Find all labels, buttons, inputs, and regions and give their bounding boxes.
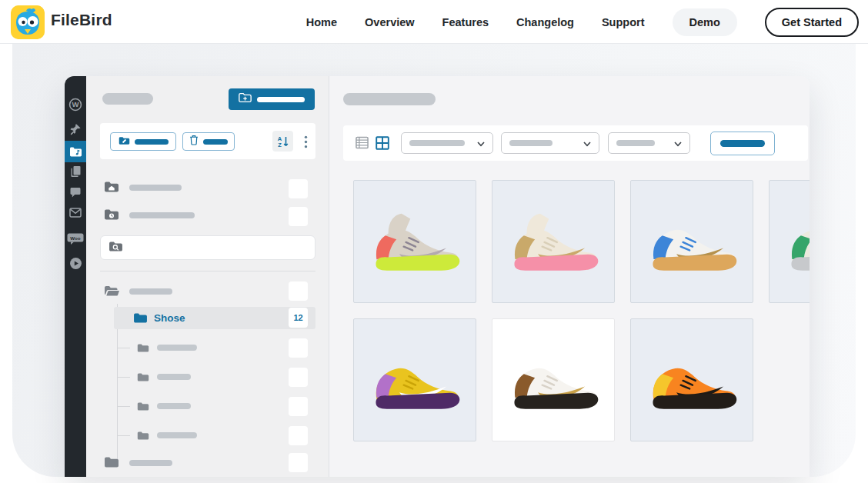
folder-label-skeleton: [129, 212, 195, 218]
shoe-image: [506, 208, 601, 275]
brand-title: FileBird: [51, 11, 112, 29]
media-item-volt-green-kd-sneaker[interactable]: [353, 180, 476, 303]
kebab-menu-icon: [304, 135, 308, 148]
media-grid: [329, 76, 810, 477]
folder-plus-icon: [239, 92, 252, 106]
admin-menu-woo-icon[interactable]: Woo: [65, 233, 86, 245]
svg-text:Woo: Woo: [70, 235, 81, 241]
folder-search-input[interactable]: [100, 235, 315, 260]
filebird-folder-panel: A Z Shose12: [86, 76, 329, 477]
folder-icon: [137, 342, 149, 356]
shoe-image: [367, 208, 462, 275]
nav-link-changelog[interactable]: Changelog: [516, 16, 574, 28]
folder-count-placeholder: [289, 179, 308, 198]
media-item-white-green-sneaker[interactable]: [769, 180, 810, 303]
tree-tick-line: [117, 348, 130, 348]
panel-title-skeleton: [102, 93, 153, 105]
folder-count-placeholder: [289, 207, 308, 226]
folder-label-skeleton: [157, 345, 197, 351]
rename-label-skeleton: [135, 139, 169, 145]
more-options-button[interactable]: [301, 132, 310, 151]
svg-text:Z: Z: [278, 142, 282, 148]
folder-label-skeleton: [129, 288, 172, 295]
folder-edit-icon: [119, 135, 130, 148]
media-item-yellow-purple-kobe[interactable]: [353, 318, 476, 441]
selected-folder-label: Shose: [154, 312, 185, 324]
tree-tick-line: [117, 406, 130, 407]
media-item-white-gum-metcon[interactable]: [630, 180, 753, 303]
admin-menu-wordpress-icon[interactable]: W: [65, 98, 86, 112]
shoe-image: [783, 208, 810, 275]
sort-az-button[interactable]: A Z: [272, 131, 293, 152]
delete-folder-button[interactable]: [182, 132, 235, 151]
shoe-image: [506, 346, 601, 414]
folder-label-skeleton: [157, 432, 197, 438]
get-started-button[interactable]: Get Started: [765, 8, 859, 37]
admin-menu-media-icon-active[interactable]: [65, 141, 86, 162]
shoe-image: [644, 208, 739, 275]
media-item-orange-black-runner[interactable]: [630, 318, 753, 441]
wp-admin-sidebar: WWoo: [65, 76, 86, 477]
folder-count-placeholder: [289, 338, 308, 358]
folder-open-icon: [104, 285, 120, 300]
new-folder-label-skeleton: [257, 97, 305, 102]
folder-toolbar: A Z: [100, 123, 315, 159]
admin-menu-mail-icon[interactable]: [65, 208, 86, 218]
shoe-image: [367, 346, 462, 414]
folder-icon: [133, 312, 148, 327]
nav-link-home[interactable]: Home: [306, 16, 337, 28]
trash-icon: [189, 135, 199, 148]
folder-label-skeleton: [129, 460, 172, 466]
nav-link-support[interactable]: Support: [602, 16, 645, 28]
panel-divider: [100, 271, 315, 271]
folder-icon: [137, 401, 149, 415]
rename-folder-button[interactable]: [110, 132, 176, 151]
folder-search-icon: [108, 241, 123, 255]
delete-label-skeleton: [203, 139, 228, 145]
admin-menu-play-icon[interactable]: [65, 257, 86, 270]
admin-menu-comments-icon[interactable]: [65, 187, 86, 198]
folder-count-placeholder: [289, 453, 308, 472]
folder-home-icon: [104, 181, 119, 196]
tree-tick-line: [117, 377, 130, 378]
nav-link-features[interactable]: Features: [442, 16, 489, 28]
folder-icon: [104, 456, 119, 471]
folder-icon: [137, 371, 149, 385]
folder-label-skeleton: [157, 403, 191, 409]
folder-label-skeleton: [129, 185, 182, 191]
admin-menu-pin-icon[interactable]: [65, 123, 86, 135]
folder-count-placeholder: [289, 368, 308, 387]
folder-count-placeholder: [289, 426, 308, 445]
folder-count-placeholder: [289, 397, 308, 416]
demo-screenshot-mockup: WWoo A: [65, 76, 810, 477]
nav-link-overview[interactable]: Overview: [365, 16, 415, 28]
new-folder-button[interactable]: [229, 88, 315, 110]
media-item-cream-tan-jordan-13[interactable]: [492, 180, 615, 303]
main-nav: HomeOverviewFeaturesChangelogSupport Dem…: [306, 0, 859, 44]
folder-clock-icon: [104, 208, 119, 224]
nav-demo-button[interactable]: Demo: [673, 8, 737, 36]
site-header: FileBird HomeOverviewFeaturesChangelogSu…: [0, 0, 868, 44]
media-item-white-brown-lux-sneaker[interactable]: [492, 318, 615, 441]
filebird-logo-icon[interactable]: [11, 5, 45, 39]
folder-row-selected[interactable]: Shose12: [114, 307, 315, 329]
svg-text:W: W: [72, 100, 78, 108]
shoe-image: [644, 346, 739, 414]
sort-az-icon: A Z: [276, 135, 290, 148]
folder-count-badge: 12: [289, 308, 308, 328]
media-library-panel: [329, 76, 810, 477]
admin-menu-pages-icon[interactable]: [65, 165, 86, 178]
folder-icon: [137, 430, 149, 444]
tree-tick-line: [117, 435, 130, 436]
folder-count-placeholder: [289, 281, 308, 301]
folder-label-skeleton: [157, 374, 191, 380]
